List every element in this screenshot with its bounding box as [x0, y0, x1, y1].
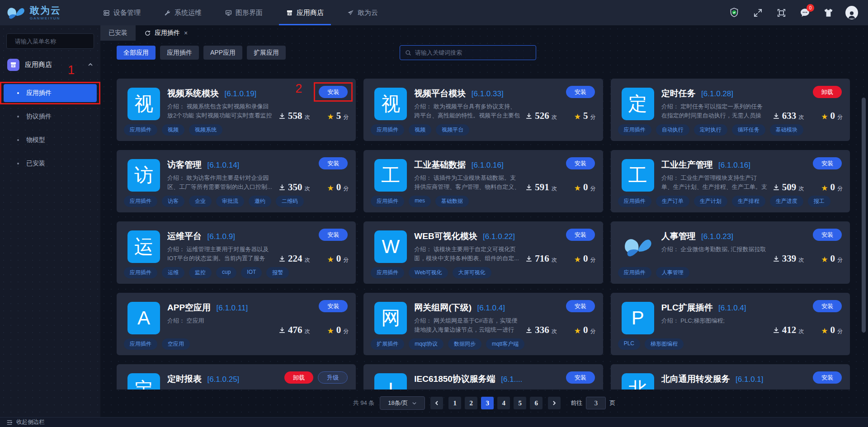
- page-number-button[interactable]: 5: [514, 397, 526, 409]
- app-tag[interactable]: 数据同步: [448, 338, 481, 350]
- app-tag[interactable]: 视频平台: [436, 124, 469, 136]
- app-tag[interactable]: 应用插件: [124, 124, 157, 136]
- app-tag[interactable]: 报警: [266, 267, 289, 278]
- app-card[interactable]: W WEB可视化模块 [6.1.0.22] 介绍： 该模块主要用于自定义可视化页…: [363, 221, 603, 284]
- security-shield-icon[interactable]: [728, 6, 741, 19]
- app-tag[interactable]: 扩展插件: [371, 338, 404, 350]
- fullscreen-icon[interactable]: [751, 6, 764, 19]
- next-page-button[interactable]: [548, 397, 561, 409]
- card-action-button[interactable]: 安装: [566, 157, 595, 169]
- app-tag[interactable]: IOT: [241, 267, 262, 278]
- filter-chip[interactable]: 全部应用: [117, 46, 156, 60]
- filter-chip[interactable]: 应用插件: [160, 46, 199, 60]
- app-tag[interactable]: 应用插件: [371, 124, 404, 136]
- content-tab[interactable]: 应用插件 ×: [137, 25, 196, 41]
- app-tag[interactable]: mqtt客户端: [486, 338, 524, 350]
- sidebar-item[interactable]: 物模型: [4, 131, 97, 149]
- card-action-button[interactable]: 安装: [319, 229, 348, 241]
- goto-page-input[interactable]: [586, 397, 606, 409]
- app-tag[interactable]: 生产进度: [770, 196, 803, 207]
- app-tag[interactable]: 空应用: [162, 338, 190, 350]
- app-tag[interactable]: 邀约: [249, 196, 271, 207]
- app-tag[interactable]: 视频: [162, 124, 184, 136]
- sidebar-search[interactable]: [6, 33, 94, 49]
- close-icon[interactable]: ×: [184, 29, 188, 37]
- app-tag[interactable]: 大屏可视化: [453, 267, 491, 278]
- app-card[interactable]: 视 视频平台模块 [6.1.0.33] 介绍： 敢为视频平台具有多协议支持、跨平…: [363, 79, 603, 141]
- app-tag[interactable]: 应用插件: [124, 267, 157, 278]
- app-tag[interactable]: 运维: [162, 267, 184, 278]
- app-tag[interactable]: 视频: [409, 124, 431, 136]
- scrollbar-thumb[interactable]: [862, 98, 866, 333]
- app-card[interactable]: 定 定时任务 [6.1.0.28] 介绍： 定时任务可以指定一系列的任务在指定的…: [611, 79, 850, 141]
- card-action-button[interactable]: 安装: [319, 86, 348, 98]
- nav-menu-item[interactable]: 应用商店: [286, 0, 324, 25]
- app-tag[interactable]: mqqt协议: [409, 338, 443, 350]
- app-tag[interactable]: 二维码: [276, 196, 304, 207]
- refresh-icon[interactable]: [145, 30, 151, 36]
- sidebar-search-input[interactable]: [15, 38, 94, 45]
- card-action-button[interactable]: 安装: [319, 157, 348, 169]
- app-card[interactable]: 北 北向通用转发服务 [6.1.0.1] 次 ★ 分 安装: [611, 364, 850, 389]
- app-tag[interactable]: 企业: [189, 196, 212, 207]
- nav-menu-item[interactable]: 图形界面: [225, 0, 263, 25]
- nav-menu-item[interactable]: 敢为云: [347, 0, 378, 25]
- app-tag[interactable]: 梯形图编程: [645, 338, 684, 350]
- app-card[interactable]: P PLC扩展插件 [6.1.0.4] 介绍： PLC;梯形图编程; 412次 …: [611, 293, 850, 355]
- app-tag[interactable]: 应用插件: [371, 196, 404, 207]
- theme-shirt-icon[interactable]: [822, 6, 835, 19]
- app-tag[interactable]: Web可视化: [409, 267, 448, 278]
- card-action-button[interactable]: 安装: [566, 371, 595, 384]
- app-tag[interactable]: 应用插件: [124, 338, 157, 350]
- page-number-button[interactable]: 2: [465, 397, 477, 409]
- nav-menu-item[interactable]: 系统运维: [164, 0, 202, 25]
- app-card[interactable]: 运 运维平台 [6.1.0.9] 介绍： 运维管理主要用于对服务器以及IOT平台…: [117, 221, 356, 284]
- prev-page-button[interactable]: [430, 397, 443, 409]
- app-card[interactable]: 定 定时报表 [6.1.0.25] 次 ★ 分 卸载 升级: [117, 364, 356, 389]
- card-action-button[interactable]: 安装: [813, 229, 842, 241]
- card-action-button[interactable]: 安装: [813, 157, 842, 169]
- card-action-button[interactable]: 安装: [319, 300, 348, 312]
- app-card[interactable]: 工 工业基础数据 [6.1.0.16] 介绍： 该插件为工业模块基础数据。支持供…: [363, 150, 603, 212]
- app-tag[interactable]: 人事管理: [656, 267, 689, 278]
- app-tag[interactable]: 循环任务: [732, 124, 765, 136]
- card-action-button[interactable]: 安装: [566, 229, 595, 241]
- filter-chip[interactable]: 扩展应用: [247, 46, 286, 60]
- app-card[interactable]: I IEC61850协议服务端 [6.1.... 次 ★ 分 安装: [363, 364, 603, 389]
- app-tag[interactable]: 应用插件: [618, 124, 651, 136]
- app-card[interactable]: A APP空应用 [6.1.0.11] 介绍： 空应用 476次 ★ 0分 安装: [117, 293, 356, 355]
- app-card[interactable]: 网 网关组网(下级) [6.1.0.4] 介绍： 网关组网是基于C#语言，实现便…: [363, 293, 603, 355]
- app-tag[interactable]: 生产排程: [732, 196, 765, 207]
- card-action-button[interactable]: 安装: [813, 371, 842, 384]
- filter-chip[interactable]: APP应用: [203, 46, 242, 60]
- content-tab[interactable]: 已安装 ×: [100, 25, 136, 41]
- user-avatar[interactable]: [845, 6, 858, 19]
- app-tag[interactable]: 监控: [189, 267, 212, 278]
- app-card[interactable]: 人事管理 [6.1.0.23] 介绍： 企业微信考勤数据, 汇报数据拉取 339…: [611, 221, 850, 284]
- collapse-sidebar-button[interactable]: 收起侧边栏: [0, 418, 45, 426]
- app-tag[interactable]: PLC: [618, 338, 640, 350]
- app-card[interactable]: 访 访客管理 [6.1.0.14] 介绍： 敢为访客作用主要是针对企业园区、工厂…: [117, 150, 356, 212]
- page-number-button[interactable]: 3: [481, 397, 494, 409]
- app-tag[interactable]: 访客: [162, 196, 184, 207]
- page-number-button[interactable]: 1: [448, 397, 461, 409]
- app-tag[interactable]: mes: [409, 196, 431, 207]
- card-action-button[interactable]: 安装: [566, 300, 595, 312]
- app-tag[interactable]: 报工: [808, 196, 830, 207]
- app-tag[interactable]: 基础模块: [770, 124, 803, 136]
- app-tag[interactable]: 自动执行: [656, 124, 689, 136]
- app-tag[interactable]: 应用插件: [371, 267, 404, 278]
- card-action-button[interactable]: 安装: [813, 300, 842, 312]
- card-action-button[interactable]: 卸载: [813, 86, 842, 98]
- card-action-button[interactable]: 卸载: [284, 371, 313, 384]
- sidebar-item[interactable]: 协议插件: [4, 108, 97, 126]
- app-tag[interactable]: 应用插件: [618, 196, 651, 207]
- app-tag[interactable]: cup: [216, 267, 236, 278]
- app-tag[interactable]: 应用插件: [124, 196, 157, 207]
- app-card[interactable]: 工 工业生产管理 [6.1.0.16] 介绍： 工业生产管理模块支持生产订单、生…: [611, 150, 850, 212]
- sidebar-item[interactable]: 已安装: [4, 155, 97, 173]
- app-tag[interactable]: 生产计划: [694, 196, 727, 207]
- app-tag[interactable]: 定时执行: [694, 124, 727, 136]
- sidebar-item[interactable]: 应用插件: [4, 84, 97, 102]
- app-tag[interactable]: 审批流: [216, 196, 244, 207]
